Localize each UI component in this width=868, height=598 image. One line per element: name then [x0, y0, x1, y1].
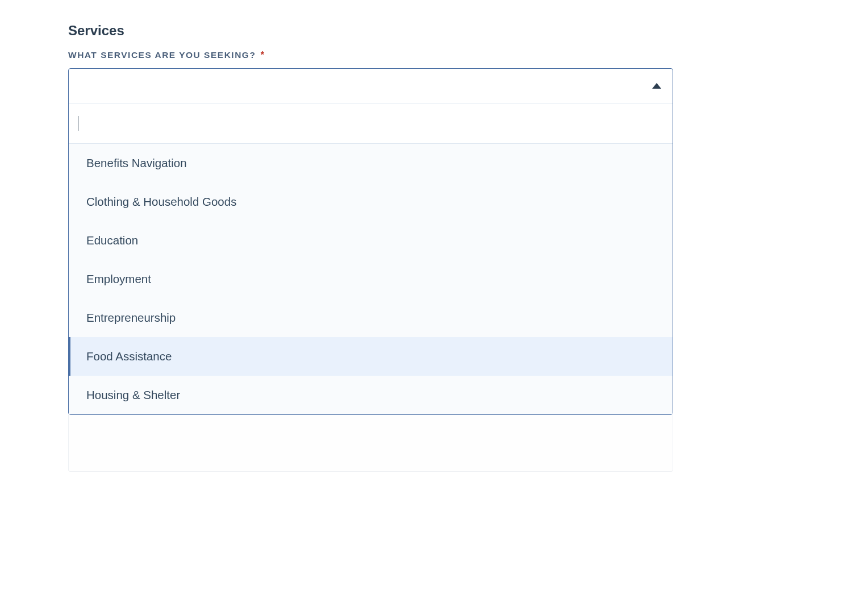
field-label: WHAT SERVICES ARE YOU SEEKING?: [68, 50, 256, 60]
option-item[interactable]: Clothing & Household Goods: [69, 182, 673, 221]
select-display-row[interactable]: [69, 69, 673, 103]
option-item[interactable]: Benefits Navigation: [69, 144, 673, 182]
form-panel-remainder: [68, 415, 673, 472]
services-select[interactable]: Benefits NavigationClothing & Household …: [68, 68, 673, 415]
select-search-input[interactable]: [77, 103, 665, 143]
option-item[interactable]: Education: [69, 221, 673, 260]
services-form-section: Services WHAT SERVICES ARE YOU SEEKING? …: [68, 23, 673, 472]
option-item[interactable]: Housing & Shelter: [69, 376, 673, 414]
options-list: Benefits NavigationClothing & Household …: [69, 144, 673, 414]
option-item[interactable]: Food Assistance: [69, 337, 673, 376]
option-item[interactable]: Entrepreneurship: [69, 298, 673, 337]
text-cursor: [78, 116, 78, 131]
required-asterisk: *: [261, 50, 264, 60]
section-title: Services: [68, 23, 673, 39]
option-item[interactable]: Employment: [69, 260, 673, 298]
field-label-row: WHAT SERVICES ARE YOU SEEKING? *: [68, 50, 673, 60]
select-search-row: [69, 103, 673, 144]
caret-up-icon: [652, 83, 661, 89]
